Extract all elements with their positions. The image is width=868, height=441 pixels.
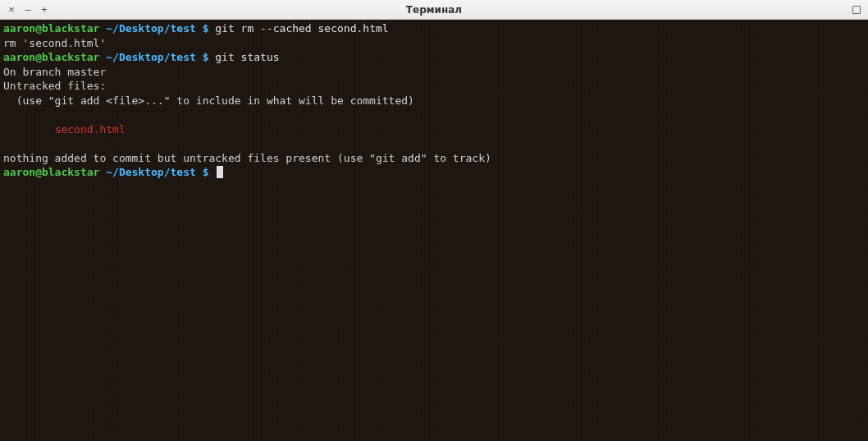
window-controls: × – + <box>5 3 51 16</box>
terminal-line: aaron@blackstar ~/Desktop/test $ git rm … <box>3 21 865 36</box>
titlebar: × – + Терминал <box>0 0 868 20</box>
terminal-line: aaron@blackstar ~/Desktop/test $ git sta… <box>3 50 865 65</box>
maximize-button[interactable] <box>850 3 863 16</box>
prompt-symbol: $ <box>203 22 209 34</box>
terminal-output: nothing added to commit but untracked fi… <box>3 151 865 166</box>
new-tab-button[interactable]: + <box>38 3 51 16</box>
terminal-output: Untracked files: <box>3 79 865 94</box>
prompt-userhost: aaron@blackstar <box>3 22 99 34</box>
minimize-button[interactable]: – <box>21 3 34 16</box>
prompt-path: ~/Desktop/test <box>106 22 196 34</box>
terminal-line: aaron@blackstar ~/Desktop/test $ <box>3 165 865 180</box>
terminal-output: On branch master <box>3 65 865 80</box>
terminal-output: rm 'second.html' <box>3 36 865 51</box>
terminal-output <box>3 108 865 122</box>
maximize-icon <box>852 6 861 14</box>
command-text: git status <box>215 51 279 63</box>
prompt-path: ~/Desktop/test <box>106 51 196 63</box>
untracked-file: second.html <box>55 123 126 136</box>
command-text: git rm --cached second.html <box>215 22 388 34</box>
cursor <box>217 166 223 178</box>
prompt-userhost: aaron@blackstar <box>3 51 99 63</box>
prompt-path: ~/Desktop/test <box>106 166 196 178</box>
close-button[interactable]: × <box>5 3 18 16</box>
prompt-symbol: $ <box>203 51 209 63</box>
terminal-output <box>3 136 865 151</box>
terminal-output: (use "git add <file>..." to include in w… <box>3 94 865 108</box>
prompt-symbol: $ <box>203 166 209 178</box>
terminal-output: second.html <box>3 122 865 137</box>
terminal-area[interactable]: aaron@blackstar ~/Desktop/test $ git rm … <box>0 20 868 441</box>
prompt-userhost: aaron@blackstar <box>3 166 99 178</box>
window-title: Терминал <box>406 4 462 16</box>
